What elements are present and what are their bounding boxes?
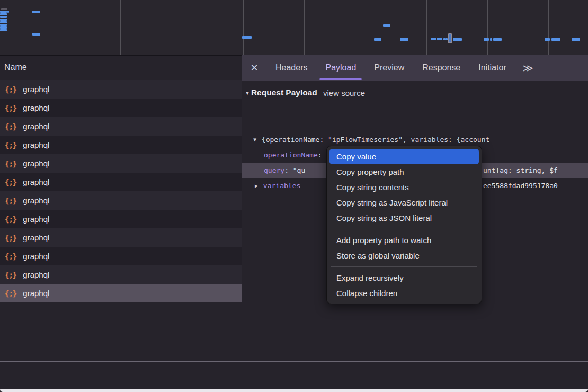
context-menu: Copy valueCopy property pathCopy string … — [326, 146, 482, 304]
network-overview-timeline[interactable] — [0, 0, 588, 56]
json-braces-icon: {;} — [5, 234, 16, 242]
tab-payload[interactable]: Payload — [316, 55, 365, 81]
devtools-network-panel: Name {;}graphql{;}graphql{;}graphql{;}gr… — [0, 0, 588, 392]
timeline-bar — [242, 36, 252, 39]
summary-bar-divider — [0, 361, 588, 362]
timeline-bar — [374, 38, 381, 41]
json-braces-icon: {;} — [5, 178, 16, 186]
request-name: graphql — [23, 122, 49, 131]
menu-item-store-as-global-variable[interactable]: Store as global variable — [329, 248, 479, 263]
menu-item-collapse-children[interactable]: Collapse children — [329, 286, 479, 301]
request-payload-title: Request Payload — [251, 88, 317, 97]
expanded-triangle-icon[interactable]: ▼ — [253, 137, 256, 142]
request-name: graphql — [23, 289, 49, 298]
json-braces-icon: {;} — [5, 141, 16, 149]
menu-item-add-property-path-to-watch[interactable]: Add property path to watch — [329, 233, 479, 248]
json-braces-icon: {;} — [5, 215, 16, 224]
name-column-header[interactable]: Name — [0, 56, 242, 79]
timeline-gridline — [304, 0, 305, 55]
request-row[interactable]: {;}graphql — [0, 154, 242, 173]
timeline-bar — [572, 38, 580, 41]
timeline-bar — [32, 11, 40, 13]
timeline-bar — [0, 24, 7, 26]
menu-item-expand-recursively[interactable]: Expand recursively — [329, 270, 479, 286]
request-payload-heading[interactable]: ▼Request Payload — [245, 88, 317, 97]
payload-root-row[interactable]: ▼ {operationName: "ipFlowTimeseries", va… — [253, 136, 587, 144]
selected-request-marker — [448, 33, 452, 43]
collapse-triangle-icon: ▼ — [245, 90, 250, 96]
timeline-gridline — [243, 0, 244, 55]
json-braces-icon: {;} — [5, 289, 16, 298]
tab-strip: HeadersPayloadPreviewResponseInitiator — [266, 55, 515, 81]
timeline-bar — [437, 38, 442, 40]
json-braces-icon: {;} — [5, 104, 16, 112]
menu-item-copy-string-as-javascript-literal[interactable]: Copy string as JavaScript literal — [329, 195, 479, 210]
json-braces-icon: {;} — [5, 159, 16, 168]
property-key: query — [264, 166, 284, 174]
variables-row[interactable]: ▶ variables — [255, 182, 300, 190]
timeline-bar — [0, 13, 7, 15]
query-value-overflow: untTag: string, $f — [483, 166, 588, 174]
menu-item-copy-property-path[interactable]: Copy property path — [329, 164, 479, 180]
timeline-bar — [0, 11, 7, 13]
timeline-bar — [7, 11, 9, 13]
property-key: variables — [263, 182, 300, 190]
close-icon[interactable]: ✕ — [242, 55, 266, 81]
json-braces-icon: {;} — [5, 85, 16, 94]
property-value: "qu — [293, 166, 305, 174]
tab-initiator[interactable]: Initiator — [469, 55, 515, 81]
timeline-bar — [32, 33, 40, 36]
request-name: graphql — [23, 140, 49, 149]
more-tabs-icon[interactable]: ≫ — [515, 55, 539, 81]
request-row[interactable]: {;}graphql — [0, 284, 242, 302]
request-name: graphql — [23, 215, 49, 224]
request-row[interactable]: {;}graphql — [0, 210, 242, 228]
request-list-panel: Name {;}graphql{;}graphql{;}graphql{;}gr… — [0, 56, 242, 389]
request-row[interactable]: {;}graphql — [0, 136, 242, 154]
request-name: graphql — [23, 270, 49, 279]
timeline-gridline — [60, 0, 60, 55]
json-braces-icon: {;} — [5, 252, 16, 261]
request-row[interactable]: {;}graphql — [0, 173, 242, 191]
request-name: graphql — [23, 85, 49, 94]
tab-response[interactable]: Response — [413, 55, 469, 81]
timeline-bar — [453, 38, 462, 41]
menu-item-copy-value[interactable]: Copy value — [329, 149, 479, 164]
timeline-bar — [400, 38, 408, 41]
collapsed-triangle-icon[interactable]: ▶ — [255, 183, 258, 189]
timeline-bar — [0, 26, 7, 29]
menu-separator — [331, 229, 477, 229]
request-row[interactable]: {;}graphql — [0, 80, 242, 99]
request-name: graphql — [23, 252, 49, 261]
timeline-bar — [431, 38, 436, 40]
menu-item-copy-string-contents[interactable]: Copy string contents — [329, 180, 479, 195]
timeline-bar — [0, 29, 7, 31]
menu-item-copy-string-as-json-literal[interactable]: Copy string as JSON literal — [329, 210, 479, 226]
view-source-link[interactable]: view source — [323, 88, 365, 97]
timeline-horizontal-gridline — [0, 13, 588, 13]
tab-headers[interactable]: Headers — [266, 55, 316, 81]
timeline-bar — [551, 38, 560, 41]
timeline-bar — [1, 8, 7, 10]
request-row[interactable]: {;}graphql — [0, 191, 242, 210]
timeline-bar — [0, 16, 7, 18]
request-name: graphql — [23, 196, 49, 205]
request-row[interactable]: {;}graphql — [0, 99, 242, 117]
timeline-gridline — [487, 0, 488, 55]
json-braces-icon: {;} — [5, 197, 16, 205]
key-separator: : — [318, 151, 326, 159]
request-name: graphql — [23, 103, 49, 112]
timeline-bar — [0, 19, 7, 21]
request-row[interactable]: {;}graphql — [0, 228, 242, 247]
tab-preview[interactable]: Preview — [365, 55, 413, 81]
request-row[interactable]: {;}graphql — [0, 265, 242, 284]
query-row[interactable]: query: "qu — [264, 166, 305, 174]
request-row[interactable]: {;}graphql — [0, 117, 242, 136]
menu-separator — [331, 266, 477, 267]
timeline-gridline — [120, 0, 121, 55]
key-separator: : — [284, 166, 293, 174]
payload-root-preview: {operationName: "ipFlowTimeseries", vari… — [262, 136, 489, 144]
request-name: graphql — [23, 233, 49, 242]
timeline-bar — [484, 38, 489, 41]
request-row[interactable]: {;}graphql — [0, 247, 242, 265]
